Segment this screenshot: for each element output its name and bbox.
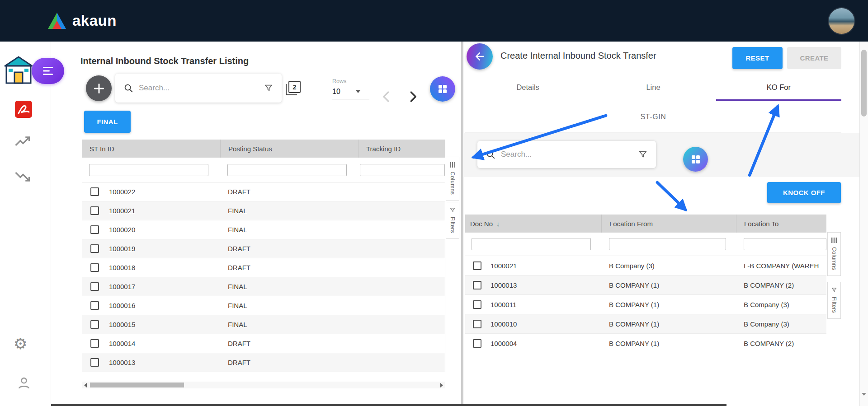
st-in-id-cell: 1000013	[109, 359, 135, 366]
table-row[interactable]: 1000019 DRAFT	[82, 239, 445, 258]
create-button[interactable]: CREATE	[787, 47, 841, 69]
filter-2-layers-icon[interactable]: 2	[286, 81, 301, 96]
reset-button[interactable]: RESET	[732, 47, 783, 69]
row-checkbox[interactable]	[90, 320, 99, 329]
settings-gear-icon[interactable]: ⚙	[14, 336, 27, 351]
table-row[interactable]: 1000021 FINAL	[82, 201, 445, 220]
row-checkbox[interactable]	[473, 320, 481, 328]
column-header-doc-no[interactable]: Doc No ↓	[465, 215, 601, 233]
table-row[interactable]: 1000018 DRAFT	[82, 258, 445, 277]
column-header-location-from[interactable]: Location From	[601, 215, 736, 233]
row-checkbox[interactable]	[90, 358, 99, 367]
ko-grid-view-button[interactable]	[683, 147, 708, 172]
row-checkbox[interactable]	[90, 339, 99, 348]
location-to-cell: B COMPANY (2)	[736, 281, 826, 289]
table-row[interactable]: 1000014 DRAFT	[82, 334, 445, 353]
table-row[interactable]: 1000017 FINAL	[82, 277, 445, 296]
tab-line[interactable]: Line	[590, 74, 716, 101]
row-checkbox[interactable]	[90, 187, 99, 196]
posting-status-cell: FINAL	[220, 321, 358, 328]
column-header-tracking-id[interactable]: Tracking ID	[358, 140, 445, 158]
brand-logo[interactable]: akaun	[47, 12, 117, 30]
columns-icon	[831, 237, 837, 243]
row-checkbox[interactable]	[90, 225, 99, 234]
tab-details[interactable]: Details	[465, 74, 590, 101]
table-row[interactable]: 1000004 B COMPANY (1) B COMPANY (2)	[465, 334, 826, 353]
listing-search-input[interactable]	[139, 84, 258, 93]
filter-funnel-icon	[449, 207, 456, 213]
ko-filter-row	[465, 233, 826, 256]
user-avatar[interactable]	[829, 8, 854, 34]
filter-input-st-in-id[interactable]	[89, 164, 208, 176]
table-row[interactable]: 1000010 B COMPANY (1) B Company (3)	[465, 314, 826, 334]
scrollbar-thumb[interactable]	[90, 383, 184, 387]
knock-off-button[interactable]: KNOCK OFF	[767, 182, 841, 203]
final-status-chip[interactable]: FINAL	[84, 111, 131, 133]
column-header-location-to[interactable]: Location To	[736, 215, 826, 233]
column-header-st-in-id[interactable]: ST In ID	[82, 140, 220, 158]
row-checkbox[interactable]	[90, 263, 99, 272]
rows-per-page-select[interactable]: Rows 10	[332, 78, 369, 99]
row-checkbox[interactable]	[473, 281, 481, 289]
filter-input-location-to[interactable]	[744, 238, 826, 250]
row-checkbox[interactable]	[473, 339, 481, 348]
column-header-posting-status[interactable]: Posting Status	[220, 140, 358, 158]
ko-columns-panel-tab[interactable]: Columns	[827, 232, 841, 276]
location-from-cell: B COMPANY (1)	[601, 340, 736, 347]
grid-view-button[interactable]	[430, 76, 455, 102]
chevron-right-icon	[406, 90, 420, 103]
trending-down-icon[interactable]	[15, 171, 31, 182]
add-record-button[interactable]	[86, 75, 112, 101]
filter-input-tracking-id[interactable]	[360, 164, 445, 176]
pdf-module-icon[interactable]	[15, 101, 32, 118]
search-icon	[123, 83, 133, 93]
back-button[interactable]	[467, 43, 493, 70]
profile-person-icon[interactable]	[17, 376, 31, 390]
row-checkbox[interactable]	[90, 206, 99, 215]
warehouse-module-icon[interactable]	[4, 54, 33, 86]
rows-per-page-value: 10	[332, 88, 340, 96]
table-row[interactable]: 1000011 B COMPANY (1) B Company (3)	[465, 295, 826, 314]
filter-input-posting-status[interactable]	[227, 164, 347, 176]
table-row[interactable]: 1000015 FINAL	[82, 315, 445, 334]
page-scrollbar[interactable]	[859, 42, 868, 406]
page-scrollbar-thumb[interactable]	[861, 50, 867, 117]
row-checkbox[interactable]	[90, 301, 99, 310]
sidebar-expand-toggle[interactable]	[32, 58, 64, 84]
scroll-right-arrow[interactable]	[438, 383, 445, 387]
st-in-id-cell: 1000014	[109, 340, 135, 347]
row-checkbox[interactable]	[473, 261, 481, 270]
row-checkbox[interactable]	[90, 282, 99, 291]
pagination-next-button[interactable]	[406, 90, 420, 105]
table-row[interactable]: 1000020 FINAL	[82, 220, 445, 239]
filter-funnel-icon[interactable]	[264, 83, 274, 93]
filter-funnel-icon[interactable]	[638, 149, 648, 159]
ko-table: Doc No ↓ Location From Location To 10000…	[465, 215, 826, 353]
panel-divider	[461, 42, 463, 406]
filter-input-location-from[interactable]	[609, 238, 726, 250]
sort-desc-icon[interactable]: ↓	[496, 220, 500, 228]
table-row[interactable]: 1000021 B Company (3) L-B COMPANY (WAREH	[465, 256, 826, 275]
scroll-left-arrow[interactable]	[82, 383, 89, 387]
row-checkbox[interactable]	[90, 244, 99, 253]
filters-panel-tab[interactable]: Filters	[446, 202, 459, 239]
location-to-cell: L-B COMPANY (WAREH	[736, 262, 826, 270]
ko-search-input[interactable]	[501, 150, 632, 159]
horizontal-scrollbar[interactable]	[82, 382, 445, 388]
st-in-id-cell: 1000021	[109, 207, 135, 215]
st-in-id-cell: 1000020	[109, 226, 135, 233]
filter-input-doc-no[interactable]	[472, 238, 591, 250]
ko-table-body: 1000021 B Company (3) L-B COMPANY (WAREH…	[465, 256, 826, 353]
table-row[interactable]: 1000016 FINAL	[82, 296, 445, 315]
ko-filters-panel-tab[interactable]: Filters	[827, 282, 841, 319]
trending-up-icon[interactable]	[15, 135, 31, 147]
listing-table: ST In ID Posting Status Tracking ID 1000…	[82, 140, 445, 372]
pagination-prev-button[interactable]	[380, 90, 393, 105]
table-row[interactable]: 1000013 DRAFT	[82, 353, 445, 372]
tab-ko-for[interactable]: KO For	[716, 74, 841, 101]
table-row[interactable]: 1000022 DRAFT	[82, 182, 445, 201]
scroll-down-arrow[interactable]	[862, 396, 866, 404]
row-checkbox[interactable]	[473, 300, 481, 309]
columns-panel-tab[interactable]: Columns	[446, 157, 459, 201]
table-row[interactable]: 1000013 B COMPANY (1) B COMPANY (2)	[465, 275, 826, 295]
